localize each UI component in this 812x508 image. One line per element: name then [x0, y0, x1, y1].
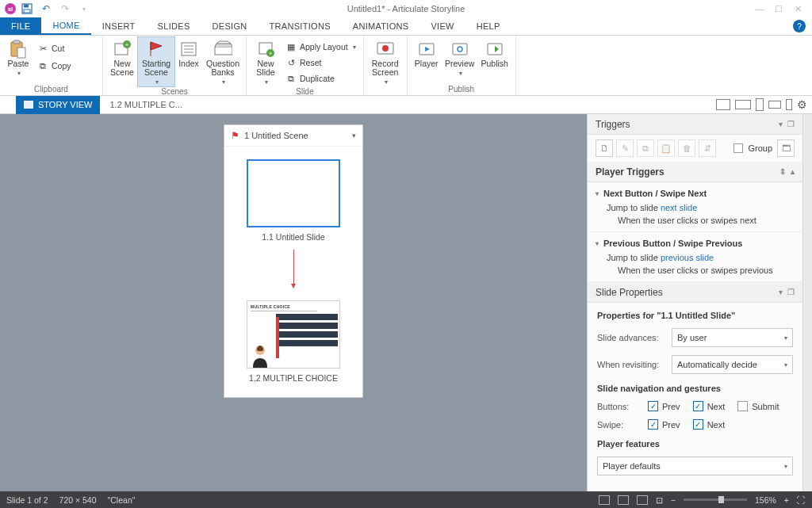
link-prev-dir[interactable]: previous: [740, 265, 773, 275]
svg-point-18: [382, 45, 389, 52]
when-revisiting-select[interactable]: Automatically decide▾: [672, 355, 793, 374]
title-bar: sl ↶ ↷ ▾ Untitled1* - Articulate Storyli…: [0, 0, 812, 17]
pt-expand-icon[interactable]: ⇕: [779, 167, 786, 176]
question-banks-label: Question Banks: [206, 59, 239, 77]
story-canvas[interactable]: ⚑ 1 Untitled Scene ▾ 1.1 Untitled Slide …: [0, 114, 587, 491]
trigger-paste-button[interactable]: 📋: [657, 139, 675, 157]
trigger-new-button[interactable]: 🗋: [596, 139, 613, 157]
trigger-reorder-button[interactable]: ⇵: [699, 139, 716, 157]
reset-label: Reset: [300, 58, 321, 67]
device-settings-icon[interactable]: ⚙: [797, 98, 807, 111]
group-label: Group: [748, 143, 772, 153]
copy-button[interactable]: ⧉Copy: [33, 58, 75, 74]
link-prev-slide[interactable]: previous slide: [661, 253, 714, 262]
reset-button[interactable]: ↺Reset: [282, 55, 360, 71]
fit-icon[interactable]: ⊡: [656, 495, 663, 505]
qat-dropdown[interactable]: ▾: [76, 1, 92, 17]
tab-insert[interactable]: INSERT: [91, 17, 147, 35]
nav-gestures-header: Slide navigation and gestures: [597, 384, 793, 393]
trigger-delete-button[interactable]: 🗑: [678, 139, 695, 157]
link-next-when[interactable]: user clicks or swipes: [657, 216, 737, 225]
link-next-dir[interactable]: next: [740, 216, 756, 225]
device-tablet-portrait-icon[interactable]: [756, 98, 764, 111]
qat-undo-icon[interactable]: ↶: [38, 1, 54, 17]
tab-animations[interactable]: ANIMATIONS: [342, 17, 420, 35]
buttons-next-checkbox[interactable]: ✓: [693, 401, 703, 411]
new-scene-button[interactable]: + New Scene: [106, 37, 138, 77]
question-banks-button[interactable]: Question Banks ▾: [203, 37, 243, 86]
fullscreen-icon[interactable]: ⛶: [797, 495, 806, 505]
status-view1-icon[interactable]: [599, 495, 610, 505]
device-phone-portrait-icon[interactable]: [786, 99, 792, 110]
sp-popout-icon[interactable]: ❐: [787, 288, 795, 296]
status-view2-icon[interactable]: [618, 495, 629, 505]
panel-scrollbar[interactable]: [802, 114, 812, 491]
qat-redo-icon[interactable]: ↷: [57, 1, 73, 17]
tab-transitions[interactable]: TRANSITIONS: [259, 17, 342, 35]
minimize-button[interactable]: —: [750, 1, 769, 17]
duplicate-button[interactable]: ⧉Duplicate: [282, 71, 360, 86]
scene-card[interactable]: ⚑ 1 Untitled Scene ▾ 1.1 Untitled Slide …: [224, 124, 363, 398]
story-view-label: STORY VIEW: [38, 100, 92, 109]
tab-help[interactable]: HELP: [465, 17, 511, 35]
qat-save-icon[interactable]: [19, 1, 35, 17]
sp-chevron-icon[interactable]: ▾: [779, 288, 783, 296]
buttons-prev-checkbox[interactable]: ✓: [648, 401, 658, 411]
preview-button[interactable]: Preview ▾: [442, 37, 477, 78]
buttons-submit-checkbox[interactable]: [737, 401, 748, 411]
maximize-button[interactable]: ☐: [769, 1, 788, 17]
player-features-select[interactable]: Player defaults▾: [597, 456, 793, 476]
trigger-next-title: Next Button / Swipe Next: [603, 189, 707, 198]
cut-button[interactable]: ✂Cut: [33, 40, 75, 56]
tab-design[interactable]: DESIGN: [201, 17, 259, 35]
device-desktop-icon[interactable]: [716, 99, 730, 110]
close-button[interactable]: ✕: [788, 1, 807, 17]
index-button[interactable]: Index: [174, 37, 203, 68]
group-checkbox[interactable]: [733, 143, 743, 153]
tab-home[interactable]: HOME: [41, 17, 90, 35]
slide-advances-select[interactable]: By user▾: [672, 328, 793, 347]
tab-view[interactable]: VIEW: [419, 17, 465, 35]
device-phone-landscape-icon[interactable]: [768, 101, 781, 109]
record-screen-button[interactable]: Record Screen ▾: [367, 37, 404, 86]
swipe-prev-checkbox[interactable]: ✓: [648, 419, 658, 430]
duplicate-label: Duplicate: [300, 74, 335, 83]
trigger-edit-button[interactable]: ✎: [616, 139, 634, 157]
pt-up-icon[interactable]: ▴: [791, 167, 795, 176]
svg-rect-13: [215, 47, 232, 55]
tab-file[interactable]: FILE: [0, 17, 41, 35]
trigger-copy-button[interactable]: ⧉: [637, 139, 654, 157]
tab-slide-view[interactable]: 1.2 MULTIPLE C...: [100, 100, 192, 109]
help-icon[interactable]: ?: [793, 20, 806, 32]
player-button[interactable]: Player: [411, 37, 442, 68]
zoom-slider[interactable]: [684, 498, 747, 501]
slide-thumb-1[interactable]: [247, 159, 340, 227]
app-badge: sl: [5, 3, 16, 14]
slide-thumb-2[interactable]: MULTIPLE CHOICE: [247, 300, 340, 369]
tab-slides[interactable]: SLIDES: [147, 17, 201, 35]
zoom-out-button[interactable]: −: [671, 495, 676, 505]
apply-layout-button[interactable]: ▦Apply Layout▾: [282, 39, 360, 55]
new-slide-button[interactable]: + New Slide ▾: [250, 37, 282, 86]
swipe-next-checkbox[interactable]: ✓: [693, 419, 703, 430]
publish-label: Publish: [481, 59, 508, 68]
new-scene-label: New Scene: [110, 59, 134, 77]
player-label: Player: [415, 59, 439, 68]
device-tablet-landscape-icon[interactable]: [735, 100, 751, 109]
publish-button[interactable]: Publish: [477, 37, 512, 68]
link-next-slide[interactable]: next slide: [661, 203, 697, 212]
starting-scene-button[interactable]: Starting Scene ▾: [138, 37, 174, 86]
trigger-vars-button[interactable]: 🗔: [777, 139, 795, 157]
panel-popout-icon[interactable]: ❐: [787, 120, 795, 128]
scene-dropdown[interactable]: ▾: [352, 132, 356, 139]
trigger-next-block[interactable]: ▾Next Button / Swipe Next Jump to slide …: [588, 182, 802, 232]
panel-chevron-icon[interactable]: ▾: [779, 120, 783, 128]
trigger-prev-block[interactable]: ▾Previous Button / Swipe Previous Jump t…: [588, 232, 802, 282]
status-view3-icon[interactable]: [637, 495, 648, 505]
svg-rect-2: [24, 10, 30, 13]
link-prev-when[interactable]: user clicks or swipes: [657, 265, 737, 275]
tab-story-view[interactable]: STORY VIEW: [16, 96, 100, 114]
new-slide-label: New Slide: [256, 59, 274, 77]
paste-button[interactable]: Paste ▾: [3, 37, 33, 78]
zoom-in-button[interactable]: +: [784, 495, 789, 505]
